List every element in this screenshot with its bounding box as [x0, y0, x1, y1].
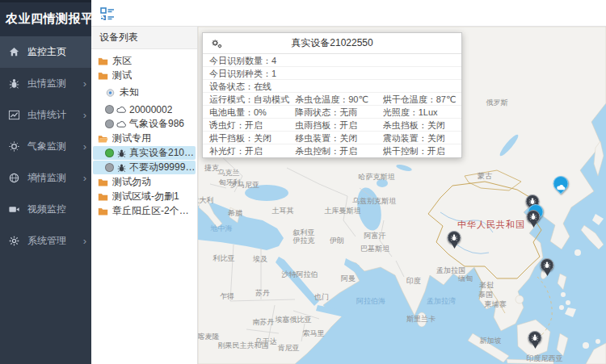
sidebar-item-label: 墒情监测	[27, 171, 83, 185]
device-panel: 设备列表 东区测试未知20000002气象设备986测试专用真实设备210225…	[91, 27, 198, 364]
tree-item-label: 东区	[112, 54, 132, 68]
tree-item-label: 测试区域-勿删1	[112, 190, 179, 203]
sidebar-item-label: 气象监测	[27, 140, 83, 153]
popup-header: 真实设备21022550	[203, 33, 461, 54]
chevron-right-icon: ›	[83, 236, 86, 246]
popup-field: 烘干控制：开启	[383, 144, 461, 157]
home-icon	[8, 46, 20, 58]
pin-tail	[532, 343, 538, 349]
sidebar-item-label: 系统管理	[27, 234, 83, 248]
chevron-right-icon: ›	[83, 78, 86, 89]
popup-field: 烘干仓温度：87℃	[383, 93, 461, 105]
tree-item-label: 测试	[112, 69, 132, 82]
sidebar-item-7[interactable]: 系统管理›	[0, 225, 91, 257]
device-tree-folder[interactable]: 测试专用	[93, 132, 196, 145]
popup-body: 今日识别数量：4今日识别种类：1设备状态：在线运行模式：自动模式杀虫仓温度：90…	[203, 54, 461, 157]
sidebar-item-1[interactable]: 监控主页	[0, 36, 91, 68]
popup-summary-row: 设备状态：在线	[203, 80, 461, 93]
pin-tail	[544, 270, 550, 276]
sidebar-item-5[interactable]: 墒情监测›	[0, 162, 91, 194]
popup-grid-row: 烘干挡板：关闭移虫装置：关闭震动装置：关闭	[203, 132, 461, 144]
folder-icon	[98, 178, 108, 187]
popup-field: 杀虫仓温度：90℃	[295, 93, 382, 105]
popup-field: 运行模式：自动模式	[203, 93, 295, 105]
device-tree-device[interactable]: 气象设备986	[93, 117, 196, 131]
chevron-right-icon: ›	[83, 141, 86, 152]
topbar	[91, 0, 606, 27]
tree-item-label: 测试勿动	[112, 175, 151, 189]
popup-field: 降雨状态：无雨	[295, 106, 382, 118]
globe-icon	[8, 172, 20, 184]
insect-device-marker[interactable]	[528, 331, 542, 349]
popup-title: 真实设备21022550	[291, 36, 372, 50]
sidebar-item-3[interactable]: 虫情统计›	[0, 99, 91, 131]
pin-tail	[530, 222, 537, 228]
gear-icon	[8, 235, 20, 247]
device-panel-header: 设备列表	[91, 27, 197, 49]
sidebar-item-2[interactable]: 虫情监测›	[0, 68, 91, 99]
chevron-right-icon: ›	[83, 173, 86, 183]
status-dot-gray	[105, 119, 114, 128]
folder-icon	[98, 56, 108, 66]
popup-field: 震动装置：关闭	[383, 132, 461, 144]
tree-item-label: 未知	[120, 86, 139, 99]
sidebar-item-6[interactable]: 视频监控	[0, 194, 91, 225]
cogs-icon[interactable]	[210, 37, 223, 50]
popup-grid-row: 运行模式：自动模式杀虫仓温度：90℃烘干仓温度：87℃	[203, 93, 461, 106]
status-dot-green	[105, 149, 114, 157]
device-tree-device[interactable]: 不要动99999999	[93, 161, 196, 174]
app-title: 农业四情测报平台	[0, 0, 91, 36]
video-icon	[8, 203, 20, 215]
device-tree-folder[interactable]: 测试区域-勿删1	[93, 190, 196, 203]
insect-device-marker[interactable]	[448, 231, 461, 249]
popup-field: 电池电量：0%	[203, 106, 295, 118]
tree-item-label: 章丘阳丘区-2个摄像头	[112, 204, 196, 218]
device-tree-device[interactable]: 真实设备21022550	[93, 146, 196, 160]
sidebar-menu: 监控主页虫情监测›虫情统计›气象监测›墒情监测›视频监控系统管理›	[0, 36, 91, 257]
chevron-right-icon: ›	[83, 110, 86, 120]
popup-field: 虫雨挡板：开启	[295, 119, 382, 131]
app-window: 农业四情测报平台 监控主页虫情监测›虫情统计›气象监测›墒情监测›视频监控系统管…	[0, 0, 606, 364]
chart-icon	[8, 109, 20, 121]
device-tree-device[interactable]: 20000002	[93, 103, 196, 116]
pin-tail	[451, 243, 457, 249]
tree-item-label: 20000002	[129, 104, 172, 115]
bug-icon	[8, 77, 20, 90]
folder-icon	[98, 71, 108, 81]
weather-device-marker[interactable]	[553, 176, 569, 191]
sidebar-item-label: 监控主页	[27, 45, 86, 59]
popup-summary-row: 今日识别数量：4	[203, 54, 461, 67]
folder-icon	[98, 192, 108, 202]
popup-field: 移虫装置：关闭	[295, 132, 382, 144]
device-tree-folder[interactable]: 测试	[93, 69, 196, 82]
insect-device-marker[interactable]	[541, 258, 554, 276]
tree-item-label: 测试专用	[112, 132, 151, 145]
device-tree-folder[interactable]: 未知	[93, 86, 196, 99]
sidebar-item-label: 视频监控	[27, 203, 86, 216]
popup-field: 杀虫挡板：关闭	[383, 119, 461, 131]
popup-field: 杀虫控制：开启	[295, 144, 382, 157]
popup-field: 诱虫灯：开启	[203, 119, 295, 131]
popup-grid-row: 补光灯：开启杀虫控制：开启烘干控制：开启	[203, 144, 461, 157]
tree-item-label: 气象设备986	[129, 117, 184, 131]
weather-pin-icon	[550, 173, 572, 195]
insect-device-marker[interactable]	[527, 210, 541, 228]
folder-open-icon	[98, 134, 108, 144]
sidebar-item-4[interactable]: 气象监测›	[0, 131, 91, 162]
status-dot-gray	[105, 163, 114, 172]
popup-field: 补光灯：开启	[203, 144, 295, 157]
device-tree-folder[interactable]: 测试勿动	[93, 175, 196, 189]
bug-device-icon	[116, 163, 127, 173]
popup-grid-row: 电池电量：0%降雨状态：无雨光照度：1Lux	[203, 106, 461, 119]
tree-item-label: 真实设备21022550	[129, 146, 196, 160]
sidebar: 农业四情测报平台 监控主页虫情监测›虫情统计›气象监测›墒情监测›视频监控系统管…	[0, 0, 91, 364]
folder-icon	[98, 207, 108, 216]
bug-device-icon	[116, 149, 127, 158]
cloud-device-icon	[116, 119, 127, 129]
unknown-icon	[105, 88, 116, 98]
popup-summary-row: 今日识别种类：1	[203, 67, 461, 80]
device-info-popup: 真实设备21022550 今日识别数量：4今日识别种类：1设备状态：在线运行模式…	[202, 32, 462, 158]
popup-field: 光照度：1Lux	[383, 106, 461, 118]
device-tree-folder[interactable]: 东区	[93, 54, 196, 68]
device-tree-folder[interactable]: 章丘阳丘区-2个摄像头	[93, 204, 196, 218]
